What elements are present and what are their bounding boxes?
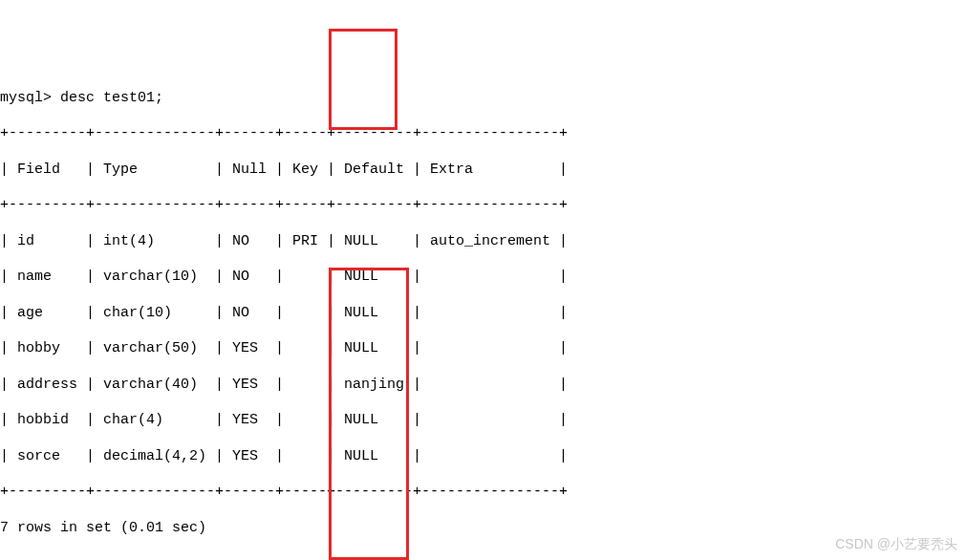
- table1-row-sorce: | sorce | decimal(4,2) | YES | | NULL | …: [0, 448, 568, 464]
- table1-header-row: | Field | Type | Null | Key | Default | …: [0, 162, 568, 178]
- table1-row-age: | age | char(10) | NO | | NULL | |: [0, 305, 568, 321]
- blank-line: [0, 555, 9, 560]
- rows-affected-msg: 7 rows in set (0.01 sec): [0, 520, 206, 536]
- table1-row-id: | id | int(4) | NO | PRI | NULL | auto_i…: [0, 233, 568, 249]
- table1-border-bot: +---------+--------------+------+-----+-…: [0, 484, 568, 500]
- table1-row-hobby: | hobby | varchar(50) | YES | | NULL | |: [0, 340, 568, 356]
- table1-row-name: | name | varchar(10) | NO | | NULL | |: [0, 269, 568, 285]
- watermark: CSDN @小艺要秃头: [835, 536, 957, 553]
- table1-row-address: | address | varchar(40) | YES | | nanjin…: [0, 377, 568, 393]
- table1-border-mid: +---------+--------------+------+-----+-…: [0, 197, 568, 213]
- table1-row-hobbid: | hobbid | char(4) | YES | | NULL | |: [0, 412, 568, 428]
- mysql-prompt-1: mysql> desc test01;: [0, 90, 163, 106]
- terminal-output: mysql> desc test01; +---------+---------…: [0, 72, 967, 560]
- table1-border-top: +---------+--------------+------+-----+-…: [0, 125, 568, 141]
